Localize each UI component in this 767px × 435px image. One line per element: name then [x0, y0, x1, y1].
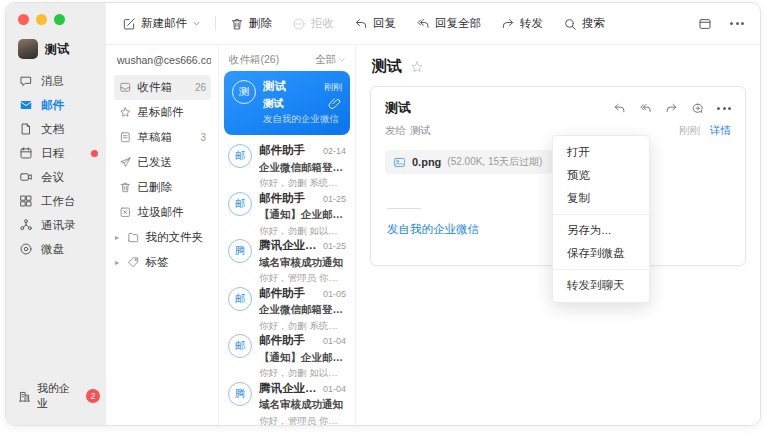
folder-starred[interactable]: 星标邮件: [114, 100, 211, 125]
sent-icon: [119, 156, 132, 169]
detail-link[interactable]: 详情: [710, 124, 731, 138]
document-icon: [19, 122, 33, 136]
content-row: wushan@ces666.com 收件箱 26 星标邮件 草稿箱 3: [106, 45, 760, 425]
search-button[interactable]: 搜索: [563, 16, 605, 31]
attachment-chip[interactable]: 0.png (52.00K, 15天后过期): [385, 150, 552, 174]
folder-inbox[interactable]: 收件箱 26: [114, 75, 211, 100]
email-list-item[interactable]: 腾 腾讯企业邮箱01-25 域名审核成功通知 你好，管理员 你的企业邮箱域名 c: [224, 230, 350, 278]
delete-button[interactable]: 删除: [230, 16, 272, 31]
folder-deleted[interactable]: 已删除: [114, 175, 211, 200]
reply-icon: [354, 17, 368, 31]
chevron-down-icon: [192, 19, 201, 28]
star-icon: [119, 106, 132, 119]
draft-count: 3: [200, 132, 206, 143]
reject-button[interactable]: 拒收: [292, 16, 334, 31]
email-list-item[interactable]: 邮 邮件助手01-04 【通知】企业邮箱正式启用通知 你好，勿删 如以上，企业已…: [224, 325, 350, 373]
email-list-item[interactable]: 邮 邮件助手01-25 【通知】企业邮箱正式启用通知 你好，勿删 如以上，企业已…: [224, 183, 350, 231]
attachment-meta: (52.00K, 15天后过期): [447, 155, 542, 169]
signature-divider: [387, 208, 421, 209]
email-time: 刚刚: [679, 124, 700, 138]
avatar: 邮: [228, 287, 252, 311]
grid-icon: [19, 194, 33, 208]
sidebar-item-meeting[interactable]: 会议: [6, 165, 106, 189]
avatar: 腾: [228, 239, 252, 263]
email-list-item[interactable]: 邮 邮件助手01-05 企业微信邮箱登录提醒 你好，勿删 系统监测到你的邮箱账: [224, 278, 350, 326]
reply-button[interactable]: 回复: [354, 16, 396, 31]
user-account[interactable]: 测试: [6, 25, 106, 63]
filter-dropdown[interactable]: 全部: [315, 53, 346, 67]
expand-caret-icon[interactable]: ▸: [115, 233, 121, 242]
menu-item-save-to-drive[interactable]: 保存到微盘: [553, 242, 649, 265]
close-window-button[interactable]: [18, 14, 29, 25]
avatar: 邮: [228, 192, 252, 216]
chat-icon: [19, 74, 33, 88]
email-list-item[interactable]: 腾 腾讯企业邮箱01-04 域名审核成功通知 你好，管理员 你的企业邮箱域名 c: [224, 373, 350, 421]
zoom-window-button[interactable]: [54, 14, 65, 25]
folder-drafts[interactable]: 草稿箱 3: [114, 125, 211, 150]
sidebar-item-docs[interactable]: 文档: [6, 117, 106, 141]
calendar-icon: [19, 146, 33, 160]
minimize-window-button[interactable]: [36, 14, 47, 25]
email-list-item-selected[interactable]: 测 测试刚刚 测试 发自我的企业微信: [224, 71, 350, 135]
sidebar-item-calendar[interactable]: 日程: [6, 141, 106, 165]
folder-my-folders[interactable]: ▸ 我的文件夹: [114, 225, 211, 250]
menu-item-copy[interactable]: 复制: [553, 187, 649, 210]
forward-icon: [501, 17, 515, 31]
toolbar-divider: [215, 16, 216, 31]
folder-junk[interactable]: 垃圾邮件: [114, 200, 211, 225]
forward-icon[interactable]: [665, 102, 678, 115]
building-icon: [18, 390, 31, 403]
folder-tags[interactable]: ▸ 标签: [114, 250, 211, 275]
compose-icon: [122, 17, 136, 31]
signature-link[interactable]: 发自我的企业微信: [387, 223, 479, 235]
menu-item-forward-to-chat[interactable]: 转发到聊天: [553, 274, 649, 297]
recipient: 测试: [410, 124, 431, 138]
user-name: 测试: [45, 41, 69, 58]
reply-icon[interactable]: [613, 102, 626, 115]
more-actions-icon[interactable]: [717, 107, 731, 110]
sidebar-item-mail[interactable]: 邮件: [6, 93, 106, 117]
compose-button[interactable]: 新建邮件: [122, 16, 201, 31]
my-company-button[interactable]: 我的企业 2: [6, 381, 106, 425]
account-email[interactable]: wushan@ces666.com: [114, 53, 211, 75]
forward-to-chat-icon[interactable]: [691, 102, 704, 115]
email-subject: 测试: [385, 99, 411, 117]
mail-list-title: 收件箱(26): [229, 53, 279, 67]
sidebar-item-wedrive[interactable]: 微盘: [6, 237, 106, 261]
sidebar-item-workbench[interactable]: 工作台: [6, 189, 106, 213]
sidebar-item-contacts[interactable]: 通讯录: [6, 213, 106, 237]
avatar: 邮: [228, 334, 252, 358]
attachment-context-menu: 打开 预览 复制 另存为... 保存到微盘 转发到聊天: [552, 135, 650, 303]
menu-item-save-as[interactable]: 另存为...: [553, 219, 649, 242]
mail-toolbar: 新建邮件 删除 拒收 回复 回复全部: [106, 3, 760, 45]
expand-caret-icon[interactable]: ▸: [115, 258, 121, 267]
reply-all-button[interactable]: 回复全部: [416, 16, 481, 31]
mail-icon: [19, 98, 33, 112]
drive-icon: [19, 242, 33, 256]
block-icon: [292, 17, 306, 31]
mail-app-window: 测试 消息 邮件 文档 日程: [5, 2, 761, 426]
menu-divider: [553, 214, 649, 215]
reply-all-icon: [416, 17, 430, 31]
sidebar-item-messages[interactable]: 消息: [6, 69, 106, 93]
more-options-icon[interactable]: [730, 22, 744, 25]
attachment-name: 0.png: [412, 156, 441, 168]
avatar: 测: [232, 80, 256, 104]
company-badge: 2: [86, 389, 100, 403]
contacts-icon: [19, 218, 33, 232]
search-icon: [563, 17, 577, 31]
folder-sent[interactable]: 已发送: [114, 150, 211, 175]
star-toggle-icon[interactable]: [410, 60, 424, 74]
email-actions: [613, 102, 731, 115]
chevron-down-icon: [338, 56, 346, 64]
draft-icon: [119, 131, 132, 144]
menu-item-open[interactable]: 打开: [553, 141, 649, 164]
reply-all-icon[interactable]: [639, 102, 652, 115]
mail-main: 新建邮件 删除 拒收 回复 回复全部: [106, 3, 760, 425]
paperclip-icon: [328, 97, 342, 111]
forward-button[interactable]: 转发: [501, 16, 543, 31]
menu-item-preview[interactable]: 预览: [553, 164, 649, 187]
layout-toggle-icon[interactable]: [698, 17, 712, 31]
email-list-item[interactable]: 邮 邮件助手02-14 企业微信邮箱登录提醒 你好，勿删 系统监测到你的邮箱账: [224, 135, 350, 183]
menu-divider: [553, 269, 649, 270]
